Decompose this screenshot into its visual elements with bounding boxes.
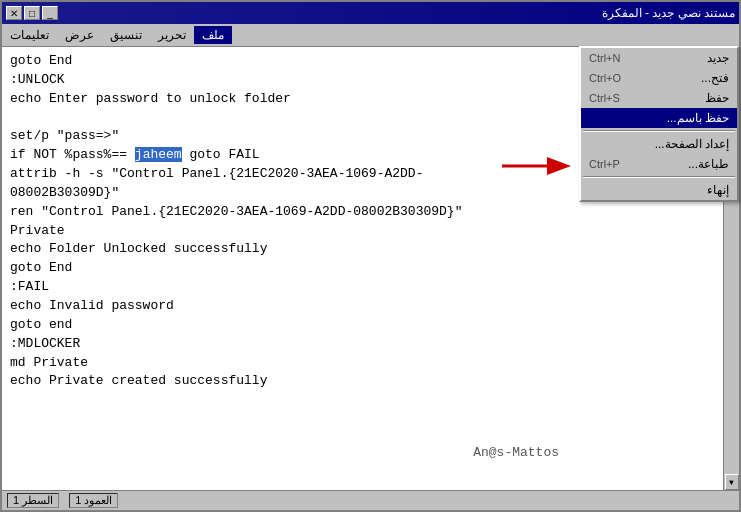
divider-2 [583, 176, 735, 178]
menu-save-as[interactable]: حفظ باسم... [581, 108, 737, 128]
menu-save[interactable]: حفظ Ctrl+S [581, 88, 737, 108]
divider-1 [583, 130, 735, 132]
scroll-down-arrow[interactable]: ▼ [725, 474, 739, 490]
main-window: مستند نصي جديد - المفكرة ✕ □ _ تعليمات ع… [0, 0, 741, 512]
menu-item-file[interactable]: ملف [194, 26, 232, 44]
menu-open[interactable]: فتح... Ctrl+O [581, 68, 737, 88]
menu-item-format[interactable]: تنسيق [102, 26, 150, 44]
menu-item-help[interactable]: تعليمات [2, 26, 57, 44]
minimize-button[interactable]: _ [42, 6, 58, 20]
menu-exit[interactable]: إنهاء [581, 180, 737, 200]
status-bar: السطر 1 العمود 1 [2, 490, 739, 510]
window-title: مستند نصي جديد - المفكرة [602, 6, 735, 20]
line-indicator: السطر 1 [7, 493, 59, 508]
menu-bar: تعليمات عرض تنسيق تحرير ملف جديد Ctrl+N … [2, 24, 739, 47]
window-controls: ✕ □ _ [6, 6, 58, 20]
close-button[interactable]: ✕ [6, 6, 22, 20]
col-indicator: العمود 1 [69, 493, 118, 508]
title-bar: مستند نصي جديد - المفكرة ✕ □ _ [2, 2, 739, 24]
menu-item-view[interactable]: عرض [57, 26, 102, 44]
cursor-position: السطر 1 العمود 1 [7, 493, 118, 508]
menu-print[interactable]: طباعة... Ctrl+P [581, 154, 737, 174]
menu-new[interactable]: جديد Ctrl+N [581, 48, 737, 68]
menu-page-setup[interactable]: إعداد الصفحة... [581, 134, 737, 154]
file-dropdown-menu: جديد Ctrl+N فتح... Ctrl+O حفظ Ctrl+S حفظ… [579, 46, 739, 202]
menu-item-edit[interactable]: تحرير [150, 26, 194, 44]
maximize-button[interactable]: □ [24, 6, 40, 20]
